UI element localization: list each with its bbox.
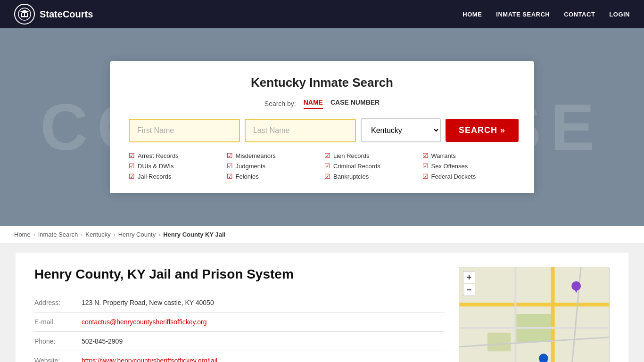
search-card-title: Kentucky Inmate Search	[129, 75, 515, 90]
checklist-item: ☑Bankruptcies	[324, 173, 418, 180]
svg-rect-2	[22, 12, 27, 13]
nav-contact[interactable]: CONTACT	[564, 11, 595, 18]
email-link[interactable]: contactus@henrycountysheriffsoffickey.or…	[82, 318, 207, 326]
checklist-label: Sex Offenses	[431, 163, 468, 170]
breadcrumb-home[interactable]: Home	[14, 231, 31, 238]
check-icon: ☑	[227, 152, 233, 159]
checklist-label: Warrants	[431, 152, 456, 159]
checklist-item: ☑Judgments	[227, 162, 320, 170]
breadcrumb-current: Henry County KY Jail	[163, 231, 225, 238]
checklist-item: ☑Sex Offenses	[422, 162, 516, 170]
check-icon: ☑	[324, 173, 330, 180]
checklist-label: Federal Dockets	[431, 173, 476, 180]
breadcrumb-inmate-search[interactable]: Inmate Search	[38, 231, 78, 238]
search-button[interactable]: SEARCH »	[446, 119, 519, 142]
svg-rect-1	[21, 16, 28, 17]
table-row-email: E-mail: contactus@henrycountysheriffsoff…	[34, 313, 445, 332]
table-row-website: Website: https://www.henrycountysheriffs…	[34, 351, 445, 362]
state-select[interactable]: Kentucky Alabama Alaska Arizona Arkansas…	[361, 118, 441, 142]
check-icon: ☑	[129, 162, 135, 170]
checklist-item: ☑Felonies	[227, 173, 320, 180]
tab-name[interactable]: NAME	[304, 99, 323, 109]
check-icon: ☑	[324, 162, 330, 170]
checklist-label: Bankruptcies	[333, 173, 369, 180]
map-svg	[459, 267, 609, 362]
main-content: Henry County, KY Jail and Prison System …	[0, 243, 644, 362]
checklist-label: DUIs & DWIs	[138, 163, 174, 170]
content-card: Henry County, KY Jail and Prison System …	[16, 253, 628, 362]
svg-rect-5	[27, 13, 28, 16]
search-card: Kentucky Inmate Search Search by: NAME C…	[110, 61, 534, 193]
logo-text: StateCourts	[40, 9, 93, 20]
check-icon: ☑	[129, 152, 135, 159]
map-controls: + −	[463, 271, 475, 296]
search-fields: Kentucky Alabama Alaska Arizona Arkansas…	[129, 118, 515, 142]
phone-value: 502-845-2909	[82, 332, 445, 351]
tab-case-number[interactable]: CASE NUMBER	[330, 99, 380, 109]
checklist-label: Jail Records	[138, 173, 172, 180]
svg-marker-6	[20, 10, 29, 12]
svg-rect-9	[487, 333, 511, 352]
nav-inmate-search[interactable]: INMATE SEARCH	[496, 11, 550, 18]
checklist-label: Misdemeanors	[236, 152, 276, 159]
breadcrumb-henry-county[interactable]: Henry County	[118, 231, 156, 238]
email-value: contactus@henrycountysheriffsoffickey.or…	[82, 313, 445, 332]
nav-login[interactable]: LOGIN	[609, 11, 630, 18]
website-link[interactable]: https://www.henrycountysheriffsoffickey.…	[82, 357, 217, 362]
breadcrumb-sep-3: ›	[114, 231, 116, 238]
first-name-input[interactable]	[129, 119, 240, 142]
checklist-item: ☑Arrest Records	[129, 152, 222, 159]
address-label: Address:	[34, 293, 82, 313]
check-icon: ☑	[422, 173, 429, 180]
checklist-label: Felonies	[236, 173, 259, 180]
breadcrumb-sep-2: ›	[81, 231, 83, 238]
checklist-item: ☑Federal Dockets	[422, 173, 516, 180]
checklist-grid: ☑Arrest Records☑Misdemeanors☑Lien Record…	[129, 152, 515, 180]
map-zoom-out[interactable]: −	[463, 284, 475, 296]
search-by-label: Search by:	[264, 100, 296, 107]
search-by-row: Search by: NAME CASE NUMBER	[129, 99, 515, 109]
website-value: https://www.henrycountysheriffsoffickey.…	[82, 351, 445, 362]
checklist-item: ☑Lien Records	[324, 152, 418, 159]
check-icon: ☑	[227, 173, 233, 180]
page-title: Henry County, KY Jail and Prison System	[34, 267, 445, 282]
logo[interactable]: StateCourts	[14, 4, 93, 25]
hero-section: COURTHOUSE Kentucky Inmate Search Search…	[0, 28, 644, 226]
check-icon: ☑	[422, 152, 429, 159]
check-icon: ☑	[227, 162, 233, 170]
checklist-item: ☑Jail Records	[129, 173, 222, 180]
check-icon: ☑	[324, 152, 330, 159]
logo-icon	[14, 4, 35, 25]
checklist-label: Arrest Records	[138, 152, 179, 159]
checklist-item: ☑Warrants	[422, 152, 516, 159]
main-nav: HOME INMATE SEARCH CONTACT LOGIN	[462, 11, 630, 18]
checklist-item: ☑Criminal Records	[324, 162, 418, 170]
checklist-item: ☑DUIs & DWIs	[129, 162, 222, 170]
breadcrumb: Home › Inmate Search › Kentucky › Henry …	[0, 226, 644, 243]
table-row-phone: Phone: 502-845-2909	[34, 332, 445, 351]
address-value: 123 N. Property Road, New castle, KY 400…	[82, 293, 445, 313]
map-zoom-in[interactable]: +	[463, 271, 475, 283]
content-right: + −	[459, 267, 610, 362]
last-name-input[interactable]	[245, 119, 356, 142]
website-label: Website:	[34, 351, 82, 362]
email-label: E-mail:	[34, 313, 82, 332]
svg-rect-3	[21, 13, 22, 16]
checklist-label: Judgments	[236, 163, 266, 170]
check-icon: ☑	[422, 162, 429, 170]
content-left: Henry County, KY Jail and Prison System …	[34, 267, 445, 362]
phone-label: Phone:	[34, 332, 82, 351]
breadcrumb-sep-1: ›	[33, 231, 35, 238]
info-table: Address: 123 N. Property Road, New castl…	[34, 293, 445, 362]
breadcrumb-sep-4: ›	[158, 231, 160, 238]
nav-home[interactable]: HOME	[462, 11, 482, 18]
checklist-label: Criminal Records	[333, 163, 380, 170]
header: StateCourts HOME INMATE SEARCH CONTACT L…	[0, 0, 644, 28]
check-icon: ☑	[129, 173, 135, 180]
checklist-label: Lien Records	[333, 152, 370, 159]
table-row-address: Address: 123 N. Property Road, New castl…	[34, 293, 445, 313]
breadcrumb-kentucky[interactable]: Kentucky	[85, 231, 110, 238]
map-container: + −	[459, 267, 610, 362]
checklist-item: ☑Misdemeanors	[227, 152, 320, 159]
svg-rect-4	[24, 13, 25, 16]
